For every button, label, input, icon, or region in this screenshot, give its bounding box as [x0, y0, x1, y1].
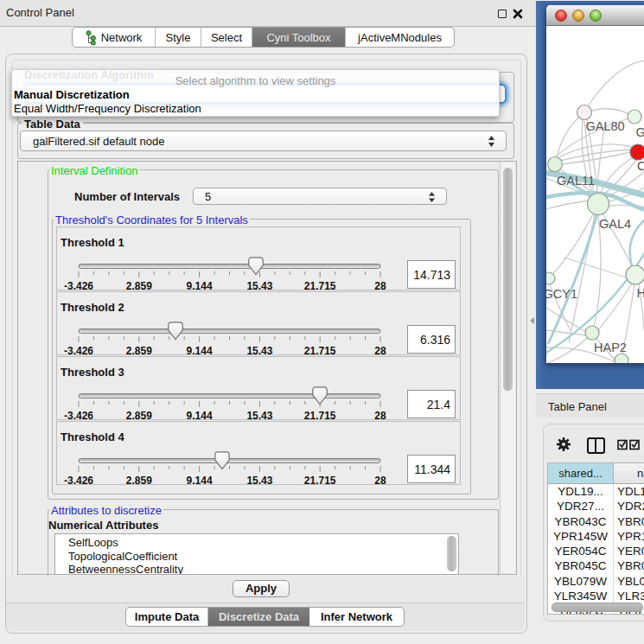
svg-text:GAL11: GAL11 [557, 174, 595, 188]
svg-text:GAL80: GAL80 [586, 119, 625, 133]
svg-text:GAL4: GAL4 [599, 217, 631, 231]
svg-text:GCY1: GCY1 [546, 287, 577, 301]
svg-text:GA: GA [636, 125, 644, 139]
svg-text:HAP2: HAP2 [594, 341, 627, 354]
svg-text:H: H [637, 286, 644, 300]
svg-text:C: C [637, 159, 644, 173]
